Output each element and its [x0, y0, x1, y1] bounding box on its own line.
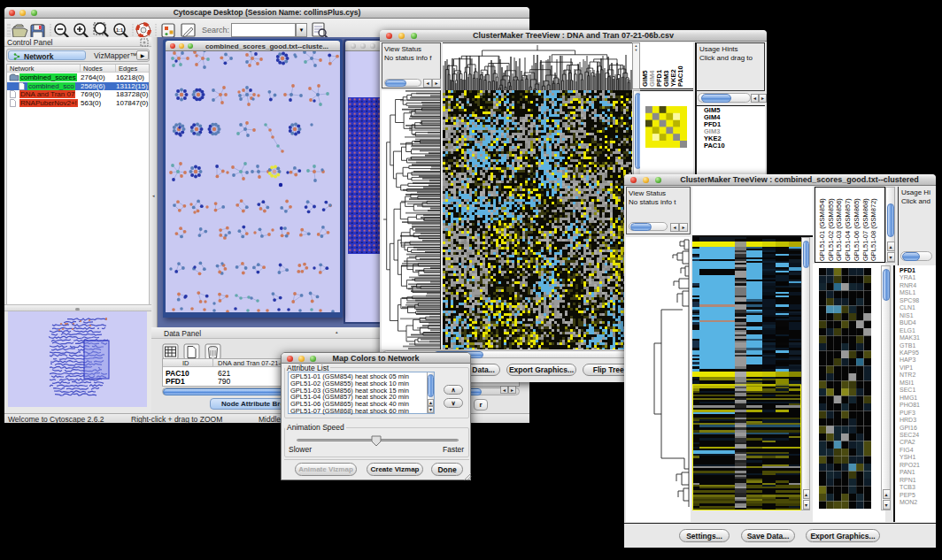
svg-text:GPL51-08 (GSM872): GPL51-08 (GSM872)	[869, 198, 877, 261]
svg-text:GPL51-02 (GSM855): GPL51-02 (GSM855)	[827, 198, 835, 261]
svg-text:GPL51-01 (GSM854): GPL51-01 (GSM854)	[818, 198, 826, 261]
svg-text:1:1: 1:1	[116, 27, 123, 33]
svg-text:GPL51-03 (GSM856): GPL51-03 (GSM856)	[835, 198, 843, 261]
svg-text:GPL51-04 (GSM857): GPL51-04 (GSM857)	[844, 198, 852, 261]
svg-text:GPL51-07 (GSM868): GPL51-07 (GSM868)	[861, 198, 869, 261]
svg-text:GPL51-06 (GSM865): GPL51-06 (GSM865)	[853, 198, 861, 261]
svg-text:PAC10: PAC10	[676, 65, 684, 87]
